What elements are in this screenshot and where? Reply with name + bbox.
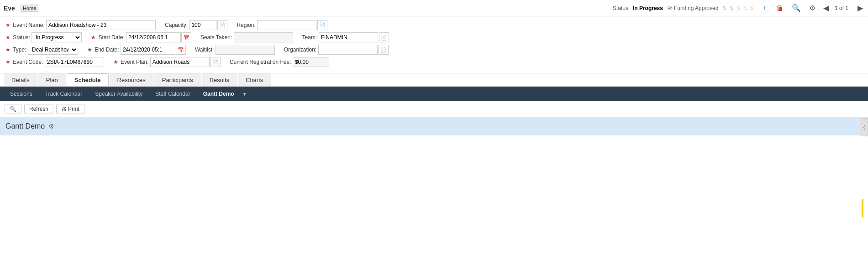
search-toolbar-btn[interactable]: 🔍 xyxy=(5,104,21,114)
gantt-settings-btn[interactable]: ⚙ xyxy=(48,123,54,130)
end-date-group: ★ End Date: 📅 xyxy=(87,45,186,55)
status-label-form: ★ Status: xyxy=(5,34,32,41)
tab-resources[interactable]: Resources xyxy=(110,73,153,86)
organization-label: Organization: xyxy=(284,47,318,53)
sub-tab-speaker-availability[interactable]: Speaker Availability xyxy=(89,88,149,100)
toolbar: 🔍 Refresh 🖨 Print xyxy=(0,101,868,117)
event-plan-group: ★ Event Plan: 📄 xyxy=(113,57,221,67)
top-bar-right: Status In Progress % Funding Approved $ … xyxy=(613,2,864,14)
region-lookup-btn[interactable]: 📄 xyxy=(317,20,327,30)
status-select[interactable]: In Progress xyxy=(32,32,82,42)
capacity-lookup-btn[interactable]: 📄 xyxy=(217,20,227,30)
status-value: In Progress xyxy=(633,5,663,11)
tab-charts[interactable]: Charts xyxy=(238,73,271,86)
tab-schedule[interactable]: Schedule xyxy=(67,73,109,86)
refresh-button[interactable]: Refresh xyxy=(24,104,53,114)
capacity-input[interactable] xyxy=(189,20,216,30)
end-date-calendar-btn[interactable]: 📅 xyxy=(176,45,186,55)
event-code-input[interactable] xyxy=(45,57,104,67)
event-name-label: ★ Event Name: xyxy=(5,22,46,28)
sub-tab-sessions[interactable]: Sessions xyxy=(4,88,39,100)
team-label: Team: xyxy=(302,34,319,41)
sub-tab-staff-calendar[interactable]: Staff Calendar xyxy=(149,88,197,100)
capacity-label: Capacity: xyxy=(165,22,189,28)
tab-results[interactable]: Results xyxy=(202,73,237,86)
start-date-label: ★ Start Date: xyxy=(91,34,126,41)
status-label: Status xyxy=(613,5,628,11)
event-plan-label: ★ Event Plan: xyxy=(113,59,150,65)
top-bar: Eve Home Status In Progress % Funding Ap… xyxy=(0,0,868,16)
next-button[interactable]: ▶ xyxy=(856,3,864,13)
gantt-title: Gantt Demo xyxy=(5,122,45,130)
seats-taken-label: Seats Taken: xyxy=(200,34,234,41)
funding-label: % Funding Approved xyxy=(668,5,718,11)
start-date-input[interactable] xyxy=(126,32,181,42)
team-group: Team: 📄 xyxy=(302,32,389,42)
waitlist-group: Waitlist: xyxy=(195,45,275,55)
gantt-area: Gantt Demo ⚙ xyxy=(0,117,868,135)
event-code-group: ★ Event Code: xyxy=(5,57,104,67)
pagination-info: 1 of 1+ xyxy=(835,5,852,11)
waitlist-input xyxy=(216,45,275,55)
sub-tab-dropdown-arrow[interactable]: ▼ xyxy=(241,92,249,97)
organization-group: Organization: 📄 xyxy=(284,45,389,55)
right-panel-toggle[interactable]: 〈 xyxy=(860,118,868,136)
event-name-group: ★ Event Name: xyxy=(5,20,156,30)
event-plan-lookup-btn[interactable]: 📄 xyxy=(210,57,221,67)
seats-taken-group: Seats Taken: xyxy=(200,32,293,42)
waitlist-label: Waitlist: xyxy=(195,47,216,53)
type-select[interactable]: Deal Roadshow xyxy=(28,45,78,55)
type-label: ★ Type: xyxy=(5,47,28,53)
refresh-label: Refresh xyxy=(29,106,48,112)
organization-input[interactable] xyxy=(318,45,378,55)
end-date-input[interactable] xyxy=(121,45,175,55)
region-label: Region: xyxy=(237,22,257,28)
form-row-1: ★ Event Name: Capacity: 📄 Region: 📄 xyxy=(5,20,863,30)
form-row-4: ★ Event Code: ★ Event Plan: 📄 Current Re… xyxy=(5,57,863,67)
start-date-calendar-btn[interactable]: 📅 xyxy=(181,32,191,42)
team-input[interactable] xyxy=(319,32,378,42)
print-label: Print xyxy=(68,106,79,112)
tab-participants[interactable]: Participants xyxy=(154,73,201,86)
region-group: Region: 📄 xyxy=(237,20,327,30)
search-button[interactable]: 🔍 xyxy=(790,3,803,13)
search-icon: 🔍 xyxy=(10,106,16,112)
delete-button[interactable]: 🗑 xyxy=(774,3,785,13)
print-icon: 🖨 xyxy=(61,106,67,112)
sub-tab-gantt-demo[interactable]: Gantt Demo xyxy=(197,88,241,100)
print-button[interactable]: 🖨 Print xyxy=(56,104,84,114)
capacity-group: Capacity: 📄 xyxy=(165,20,227,30)
tab-details[interactable]: Details xyxy=(4,73,37,86)
app-title: Eve xyxy=(4,5,15,12)
event-plan-input[interactable] xyxy=(150,57,210,67)
seats-taken-input xyxy=(234,32,293,42)
star-rating: $ $ $ $ $ xyxy=(723,5,754,11)
reg-fee-input xyxy=(293,57,329,67)
add-button[interactable]: ＋ xyxy=(759,2,770,14)
event-code-label: ★ Event Code: xyxy=(5,59,45,65)
reg-fee-group: Current Registration Fee: xyxy=(230,57,329,67)
region-input[interactable] xyxy=(257,20,316,30)
settings-button[interactable]: ⚙ xyxy=(807,3,817,13)
sub-tab-bar: Sessions Track Calendar Speaker Availabi… xyxy=(0,87,868,101)
status-group: ★ Status: In Progress xyxy=(5,32,82,42)
type-group: ★ Type: Deal Roadshow xyxy=(5,45,78,55)
organization-lookup-btn[interactable]: 📄 xyxy=(379,45,389,55)
home-badge[interactable]: Home xyxy=(21,5,38,12)
main-tab-bar: Details Plan Schedule Resources Particip… xyxy=(0,73,868,87)
prev-button[interactable]: ◀ xyxy=(822,3,830,13)
form-area: ★ Event Name: Capacity: 📄 Region: 📄 ★ St xyxy=(0,16,868,73)
team-lookup-btn[interactable]: 📄 xyxy=(379,32,389,42)
event-name-input[interactable] xyxy=(46,20,156,30)
gantt-header: Gantt Demo ⚙ xyxy=(0,117,868,135)
form-row-3: ★ Type: Deal Roadshow ★ End Date: 📅 Wait… xyxy=(5,45,863,55)
reg-fee-label: Current Registration Fee: xyxy=(230,59,291,65)
start-date-group: ★ Start Date: 📅 xyxy=(91,32,191,42)
sub-tab-track-calendar[interactable]: Track Calendar xyxy=(39,88,89,100)
tab-plan[interactable]: Plan xyxy=(38,73,66,86)
end-date-label: ★ End Date: xyxy=(87,47,121,53)
form-row-2: ★ Status: In Progress ★ Start Date: 📅 Se… xyxy=(5,32,863,42)
